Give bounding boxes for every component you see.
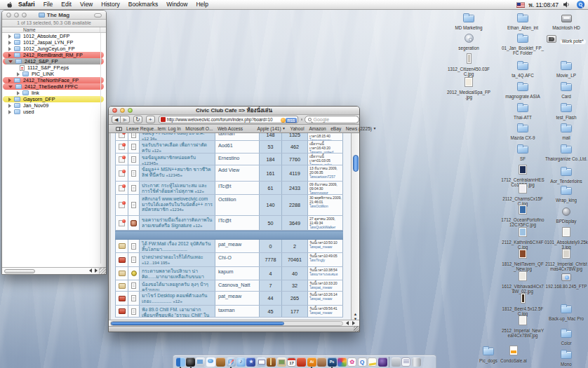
desktop-icon[interactable]: Movie_LP: [544, 60, 588, 79]
url-text[interactable]: http://www.welovecivic.com/forum/index.p…: [167, 117, 273, 122]
desktop-icon[interactable]: Macintosh HD: [544, 13, 588, 31]
topic-starter-link[interactable]: Casnova_Natt: [215, 280, 259, 291]
desktop-icon[interactable]: 1612_Vibhavadi4Cx78W_02.jpg: [501, 271, 544, 294]
desktop-icon[interactable]: 2112_CharmsCx15FC.jpg: [501, 184, 544, 207]
safari-vertical-scrollbar[interactable]: ▲▼: [351, 133, 359, 322]
topic-subject-link[interactable]: น้องขอได้มาเลยลูกครับ ลุงๆ ป้าๆ คร้าบบบ.…: [142, 282, 208, 291]
dock-item[interactable]: [196, 356, 206, 368]
finder-resize-grip[interactable]: [99, 267, 106, 274]
topic-subject-link[interactable]: ได้ FW:Mail เรื่อง 2012 จุบัติภัยวันสิ้น…: [142, 241, 211, 252]
bookmark-item[interactable]: Apple (141) ▼: [258, 126, 286, 131]
lastpost-author-link[interactable]: โดยmya_mika: [309, 163, 332, 165]
dock-app-icon[interactable]: [176, 357, 185, 367]
topic-pages[interactable]: «12345»: [166, 173, 182, 177]
dock-app-icon[interactable]: [368, 357, 377, 367]
disclosure-triangle-icon[interactable]: [8, 41, 11, 45]
dock-item[interactable]: [216, 356, 226, 368]
finder-list-row[interactable]: 2412_TheSeedM FPFC: [2, 83, 106, 90]
dock-item[interactable]: [276, 356, 286, 368]
finder-list-row[interactable]: link: [2, 90, 106, 96]
topic-pages[interactable]: «12»: [194, 189, 203, 193]
lastpost-author-link[interactable]: โดยarm_united: [309, 150, 333, 153]
scroll-right-icon[interactable]: [352, 321, 355, 325]
dock-item[interactable]: [316, 356, 326, 368]
topic-starter-link[interactable]: Aod61: [215, 141, 259, 153]
topic-starter-link[interactable]: Ernestino: [215, 154, 259, 165]
safari-horizontal-scrollbar[interactable]: [109, 320, 359, 326]
disclosure-triangle-icon[interactable]: [17, 72, 20, 76]
topic-pages[interactable]: «12 34»: [142, 137, 157, 140]
dock-item[interactable]: [256, 356, 266, 368]
topic-pages[interactable]: «1234»: [170, 207, 184, 212]
desktop-icon[interactable]: MD Marketing: [447, 13, 490, 31]
dock-item[interactable]: [226, 356, 236, 368]
desktop-icon[interactable]: 2512_Imperial_NewYear4Cx78W.jpg: [501, 315, 544, 339]
menu-bookmarks[interactable]: Bookmarks: [124, 0, 163, 9]
dock-app-icon[interactable]: Ps: [328, 357, 337, 367]
desktop-icon[interactable]: Mazda CX-9: [501, 123, 544, 141]
bookmark-item[interactable]: eBay ▼: [330, 126, 341, 131]
dock-app-icon[interactable]: [236, 357, 246, 367]
topic-pages[interactable]: «12345»: [142, 161, 158, 165]
disclosure-triangle-icon[interactable]: [8, 47, 11, 51]
desktop-icon[interactable]: test_Flash: [544, 102, 588, 121]
dock-item[interactable]: [337, 356, 347, 368]
desktop-icon[interactable]: Back-up_Mac Pro: [544, 304, 588, 322]
desktop-icon[interactable]: SF: [501, 144, 544, 162]
finder-column-header-name[interactable]: Name: [2, 27, 106, 33]
input-language-flag-icon[interactable]: [516, 2, 525, 8]
dock-item[interactable]: [297, 356, 307, 368]
finder-list-row[interactable]: Gaysorn_DFP: [2, 96, 106, 102]
finder-list-row[interactable]: used: [2, 109, 106, 115]
dock-app-icon[interactable]: [277, 357, 286, 367]
lastpost-author-link[interactable]: โดยpat_meaw: [309, 311, 332, 315]
dock-app-icon[interactable]: [196, 357, 205, 367]
dock-app-icon[interactable]: 17: [287, 357, 296, 367]
bookmark-item[interactable]: Microsoft O... ▼: [185, 126, 213, 131]
desktop-icon[interactable]: BPDisplay: [544, 206, 588, 224]
topic-subject-link[interactable]: กระดานพลาดในปลิวมา น่าคิด......มากมายเหล…: [142, 268, 204, 280]
disclosure-triangle-icon[interactable]: [8, 60, 13, 63]
finder-list-row[interactable]: 2412_TheNorthFace_FP: [2, 77, 106, 83]
dock-item[interactable]: Ps: [327, 356, 337, 368]
menu-view[interactable]: View: [76, 0, 97, 9]
desktop-icon[interactable]: 2112_Imperial_Christmas4Cx78W.jpg: [544, 249, 588, 272]
dock-app-icon[interactable]: [412, 357, 421, 367]
desktop-icon[interactable]: Card: [544, 81, 588, 100]
dock-item[interactable]: [401, 356, 411, 368]
desktop-icon[interactable]: Thai-ATT: [501, 102, 544, 121]
dock-app-icon[interactable]: [206, 357, 215, 367]
desktop-icon[interactable]: 192.168.80.245_FTP: [544, 271, 588, 289]
desktop-icon[interactable]: Mono: [544, 349, 588, 367]
dock-item[interactable]: [236, 356, 246, 368]
dock-item[interactable]: [357, 356, 367, 368]
dock-item[interactable]: 17: [286, 356, 296, 368]
lastpost-author-link[interactable]: โดยQuickWalker: [309, 225, 335, 229]
desktop-icon[interactable]: Color: [544, 328, 588, 346]
topic-starter-link[interactable]: taxman: [215, 306, 259, 317]
lastpost-author-link[interactable]: โดยsamasaru: [309, 138, 331, 140]
dock-item[interactable]: [347, 356, 357, 368]
dock-app-icon[interactable]: [358, 357, 367, 367]
dock-app-icon[interactable]: [257, 357, 266, 367]
topic-starter-link[interactable]: kapum: [215, 267, 259, 280]
lastpost-author-link[interactable]: โดยpat_meaw: [309, 245, 332, 249]
menu-help[interactable]: Help: [192, 0, 212, 9]
disclosure-triangle-icon[interactable]: [17, 91, 20, 95]
desktop-icon[interactable]: Ethan_Allen_int: [501, 13, 544, 31]
hscroll-thumb[interactable]: [111, 322, 284, 325]
dock-app-icon[interactable]: Ai: [307, 357, 316, 367]
lastpost-author-link[interactable]: โดยpat_meaw: [309, 297, 332, 301]
desktop-icon[interactable]: 01_Jan_Booklet_FP_FC Folder: [501, 33, 544, 56]
dock-app-icon[interactable]: [216, 357, 225, 367]
dock-item[interactable]: Ai: [307, 356, 316, 368]
disclosure-triangle-icon[interactable]: [8, 97, 11, 102]
toolbar-toggle-pill-button[interactable]: [94, 13, 102, 18]
desktop-icon[interactable]: Wrap_king: [544, 185, 588, 203]
lastpost-author-link[interactable]: โดยcartoon7257: [309, 175, 335, 179]
finder-list-row[interactable]: 2412_RemBrandt_RM_FP: [2, 52, 106, 58]
bookmark-item[interactable]: Yahoo! ▼: [290, 126, 305, 131]
scroll-left-icon[interactable]: [346, 321, 349, 325]
desktop-icon[interactable]: 2012_MedicalSpa_FP.jpg: [447, 77, 490, 100]
topic-starter-link[interactable]: Add View: [215, 165, 259, 181]
